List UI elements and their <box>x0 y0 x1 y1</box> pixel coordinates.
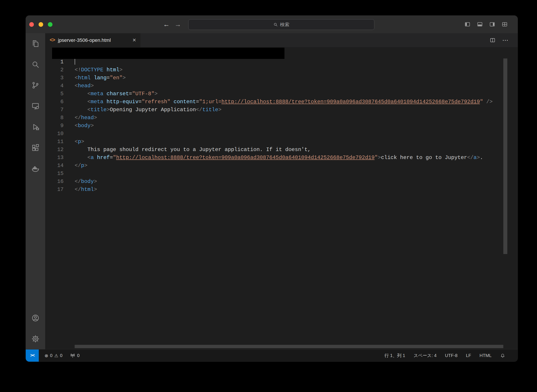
sidebar-item-extensions[interactable] <box>26 137 45 158</box>
code-lines: 12<!DOCTYPE html>3<html lang="en">4<head… <box>45 58 518 194</box>
code-line-text: <!DOCTYPE html> <box>64 66 122 74</box>
code-line[interactable]: 5 <meta charset="UTF-8"> <box>45 90 518 98</box>
extensions-icon <box>31 144 40 152</box>
zoom-window-button[interactable] <box>48 22 52 27</box>
line-number: 3 <box>45 74 64 82</box>
panel-left-icon <box>464 22 471 27</box>
docker-icon <box>31 164 40 173</box>
git-branch-icon <box>31 81 40 89</box>
line-number: 5 <box>45 90 64 98</box>
code-line-text: </p> <box>64 162 88 170</box>
text-cursor <box>75 58 75 65</box>
gear-icon <box>31 335 40 343</box>
code-line[interactable]: 1 <box>45 58 518 66</box>
close-window-button[interactable] <box>29 22 34 27</box>
search-placeholder: 検索 <box>280 22 289 28</box>
warning-count: 0 <box>60 353 62 358</box>
history-navigation: ← → <box>163 15 182 33</box>
account-icon <box>31 314 40 322</box>
tab-label: jpserver-3506-open.html <box>58 37 111 43</box>
sidebar-item-source-control[interactable] <box>26 75 45 96</box>
code-line[interactable]: 3<html lang="en"> <box>45 74 518 82</box>
problems-status[interactable]: ⊗ 0 ⚠ 0 <box>45 353 62 358</box>
code-line[interactable]: 13 <a href="http://localhost:8888/tree?t… <box>45 154 518 162</box>
code-line-text: <body> <box>64 122 94 130</box>
code-line[interactable]: 2<!DOCTYPE html> <box>45 66 518 74</box>
code-line[interactable]: 14</p> <box>45 162 518 170</box>
horizontal-scrollbar[interactable] <box>75 345 503 348</box>
toggle-primary-sidebar-button[interactable] <box>464 22 471 27</box>
code-line-text: This page should redirect you to a Jupyt… <box>64 146 311 154</box>
close-tab-icon[interactable]: × <box>132 37 136 43</box>
customize-layout-button[interactable] <box>501 22 508 27</box>
line-number: 7 <box>45 106 64 114</box>
code-line[interactable]: 17</html> <box>45 186 518 194</box>
error-icon: ⊗ <box>45 353 48 358</box>
code-line-text: <a href="http://localhost:8888/tree?toke… <box>64 154 483 162</box>
toggle-panel-button[interactable] <box>476 22 483 27</box>
code-line[interactable]: 4<head> <box>45 82 518 90</box>
notifications-button[interactable] <box>500 353 505 358</box>
code-line-text: <meta http-equiv="refresh" content="1;ur… <box>64 98 493 106</box>
line-number: 10 <box>45 130 64 138</box>
layout-controls <box>464 15 508 33</box>
split-editor-button[interactable] <box>490 37 495 43</box>
code-line[interactable]: 16</body> <box>45 178 518 186</box>
search-box[interactable]: 検索 <box>188 19 374 30</box>
more-actions-icon[interactable]: ⋯ <box>502 37 509 43</box>
code-line[interactable]: 7 <title>Opening Jupyter Application</ti… <box>45 106 518 114</box>
code-line-text <box>64 58 75 66</box>
forward-icon[interactable]: → <box>174 21 182 28</box>
code-line-text <box>64 170 75 178</box>
remote-icon: >< <box>30 353 34 358</box>
encoding-setting[interactable]: UTF-8 <box>445 353 458 358</box>
radio-tower-icon <box>70 353 75 358</box>
code-line-text: <title>Opening Jupyter Application</titl… <box>64 106 222 114</box>
sidebar-item-explorer[interactable] <box>26 33 45 54</box>
sidebar-item-run-debug[interactable] <box>26 117 45 137</box>
line-number: 1 <box>45 58 64 66</box>
line-number: 2 <box>45 66 64 74</box>
minimize-window-button[interactable] <box>38 22 43 27</box>
code-line[interactable]: 8</head> <box>45 114 518 122</box>
code-line[interactable]: 9<body> <box>45 122 518 130</box>
cursor-position[interactable]: 行 1、列 1 <box>385 353 405 359</box>
debug-icon <box>31 123 40 131</box>
editor-group: <> jpserver-3506-open.html × ⋯ <box>45 33 518 349</box>
remote-indicator[interactable]: >< <box>26 350 39 362</box>
code-line[interactable]: 6 <meta http-equiv="refresh" content="1;… <box>45 98 518 106</box>
sidebar-item-settings[interactable] <box>26 328 45 349</box>
warning-icon: ⚠ <box>54 353 58 358</box>
code-line[interactable]: 12 This page should redirect you to a Ju… <box>45 146 518 154</box>
code-line-text <box>64 130 75 138</box>
status-bar-right: 行 1、列 1 スペース: 4 UTF-8 LF HTML <box>385 353 518 359</box>
split-editor-icon <box>490 37 495 43</box>
code-line[interactable]: 15 <box>45 170 518 178</box>
language-mode[interactable]: HTML <box>480 353 492 358</box>
line-number: 14 <box>45 162 64 170</box>
toggle-secondary-sidebar-button[interactable] <box>489 22 495 27</box>
redacted-breadcrumb-overlay <box>52 48 285 59</box>
indentation-setting[interactable]: スペース: 4 <box>414 353 437 359</box>
sidebar-item-remote-explorer[interactable] <box>26 96 45 117</box>
vertical-scrollbar[interactable] <box>503 58 507 254</box>
code-line-text: <head> <box>64 82 94 90</box>
code-line[interactable]: 11<p> <box>45 138 518 146</box>
ports-status[interactable]: 0 <box>70 353 79 358</box>
activity-bar <box>26 33 45 349</box>
eol-setting[interactable]: LF <box>466 353 471 358</box>
editor-actions: ⋯ <box>490 33 518 47</box>
tab-bar: <> jpserver-3506-open.html × ⋯ <box>45 33 518 47</box>
main-area: <> jpserver-3506-open.html × ⋯ <box>26 33 518 349</box>
back-icon[interactable]: ← <box>163 21 170 28</box>
line-number: 8 <box>45 114 64 122</box>
traffic-lights <box>29 15 52 33</box>
sidebar-item-docker[interactable] <box>26 158 45 179</box>
sidebar-item-accounts[interactable] <box>26 308 45 328</box>
remote-explorer-icon <box>31 102 40 110</box>
line-number: 12 <box>45 146 64 154</box>
code-line[interactable]: 10 <box>45 130 518 138</box>
code-editor[interactable]: 12<!DOCTYPE html>3<html lang="en">4<head… <box>45 58 518 349</box>
tab-jpserver-open-html[interactable]: <> jpserver-3506-open.html × <box>45 33 140 47</box>
sidebar-item-search[interactable] <box>26 54 45 75</box>
